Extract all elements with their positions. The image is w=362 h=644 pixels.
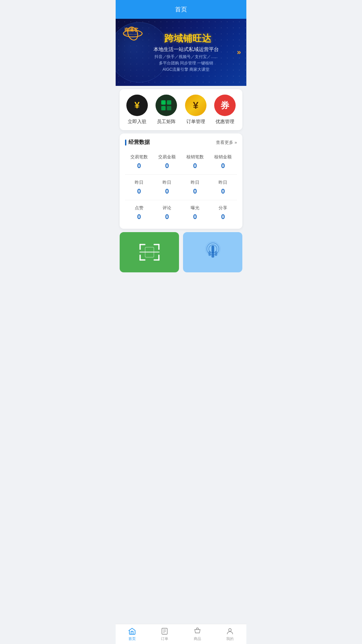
data-row-2: 昨日 0 昨日 0 昨日 0 昨日 0	[125, 177, 237, 198]
data-divider-2	[125, 200, 237, 200]
nav-home[interactable]: 首页	[116, 624, 148, 644]
svg-text:www.zmici.com: www.zmici.com	[123, 33, 137, 35]
touch-icon	[201, 240, 225, 264]
action-staff[interactable]: 员工矩阵	[156, 95, 177, 125]
coupon-label: 优惠管理	[216, 119, 234, 125]
bottom-cards-section	[120, 232, 242, 272]
header: 首页	[116, 0, 246, 19]
nav-goods[interactable]: 商品	[181, 624, 214, 644]
banner-features2: AIGC流量引擎 商家大课堂	[132, 67, 240, 72]
svg-rect-11	[139, 244, 141, 250]
order-label: 订单管理	[186, 119, 205, 125]
nav-home-label: 首页	[128, 636, 136, 641]
bottom-nav: 首页 订单 商品 我的	[116, 624, 246, 644]
data-row-1: 交易笔数 0 交易金额 0 核销笔数 0 核销金额 0	[125, 151, 237, 172]
svg-rect-22	[212, 246, 214, 253]
svg-text:商满客: 商满客	[124, 27, 139, 33]
data-cell-yesterday-trade-count: 昨日 0	[125, 177, 153, 198]
data-cell-trade-amount: 交易金额 0	[153, 151, 181, 172]
data-cell-yesterday-trade-amount: 昨日 0	[153, 177, 181, 198]
data-cell-verify-amount: 核销金额 0	[209, 151, 237, 172]
action-order[interactable]: ¥ 订单管理	[185, 95, 206, 125]
staff-label: 员工矩阵	[157, 119, 176, 125]
nav-order[interactable]: 订单	[148, 624, 181, 644]
data-cell-shares: 分享 0	[209, 202, 237, 223]
data-cell-yesterday-verify-amount: 昨日 0	[209, 177, 237, 198]
join-icon: ¥	[126, 95, 148, 116]
touch-card[interactable]	[183, 232, 242, 272]
more-link[interactable]: 查看更多 »	[216, 140, 237, 146]
data-cell-trade-count: 交易笔数 0	[125, 151, 153, 172]
data-cell-yesterday-verify-count: 昨日 0	[181, 177, 209, 198]
title-bar-decoration	[125, 140, 126, 146]
svg-rect-5	[167, 100, 171, 105]
business-data-header: 经营数据 查看更多 »	[125, 139, 237, 146]
coupon-icon: 券	[214, 95, 236, 116]
nav-mine[interactable]: 我的	[214, 624, 247, 644]
profile-icon	[226, 627, 234, 635]
banner-arrow-icon[interactable]: »	[237, 48, 241, 57]
action-coupon[interactable]: 券 优惠管理	[214, 95, 236, 125]
action-join[interactable]: ¥ 立即入驻	[126, 95, 148, 125]
banner-main-title: 跨域铺旺达	[136, 32, 240, 45]
data-divider-1	[125, 174, 237, 175]
scan-icon	[138, 242, 161, 262]
data-cell-verify-count: 核销笔数 0	[181, 151, 209, 172]
banner-subtitle: 本地生活一站式私域运营平台	[132, 46, 240, 53]
banner-features1: 多平台团购 同步管理 一键核销	[132, 60, 240, 66]
data-cell-exposure: 曝光 0	[181, 202, 209, 223]
banner: 商满客 www.zmici.com 跨域铺旺达 本地生活一站式私域运营平台 抖音…	[116, 19, 246, 86]
svg-rect-15	[139, 255, 141, 261]
business-data-title: 经营数据	[125, 139, 150, 146]
svg-rect-13	[158, 244, 160, 250]
nav-goods-label: 商品	[194, 636, 201, 641]
svg-point-31	[229, 629, 231, 631]
scan-card[interactable]	[120, 232, 179, 272]
svg-rect-6	[161, 106, 166, 110]
svg-rect-18	[139, 252, 160, 253]
data-row-3: 点赞 0 评论 0 曝光 0 分享 0	[125, 202, 237, 223]
nav-mine-label: 我的	[226, 636, 234, 641]
nav-order-label: 订单	[161, 636, 168, 641]
svg-rect-17	[158, 255, 160, 261]
order-nav-icon	[161, 627, 169, 635]
svg-rect-4	[161, 100, 166, 105]
data-cell-likes: 点赞 0	[125, 202, 153, 223]
banner-platforms: 抖音／快手／视频号／支付宝／......	[132, 54, 240, 60]
svg-rect-23	[212, 252, 214, 258]
quick-actions-panel: ¥ 立即入驻 员工矩阵 ¥ 订单管理 券 优惠管理	[120, 89, 242, 130]
home-icon	[128, 627, 136, 635]
join-label: 立即入驻	[128, 119, 146, 125]
data-cell-comments: 评论 0	[153, 202, 181, 223]
goods-icon	[193, 627, 201, 635]
header-title: 首页	[175, 5, 187, 13]
business-data-panel: 经营数据 查看更多 » 交易笔数 0 交易金额 0 核销笔数 0 核销金额 0 …	[120, 133, 242, 229]
order-icon: ¥	[185, 95, 206, 116]
svg-rect-7	[167, 106, 171, 110]
staff-icon	[156, 95, 177, 116]
